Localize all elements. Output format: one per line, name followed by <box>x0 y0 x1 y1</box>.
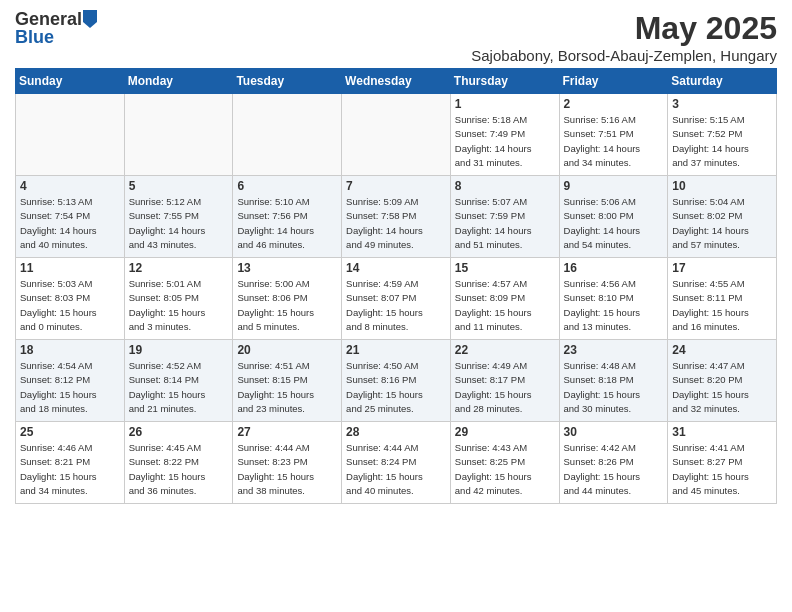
day-info-line: Daylight: 14 hours <box>455 142 555 156</box>
day-info-line: and 57 minutes. <box>672 238 772 252</box>
day-info-line: and 44 minutes. <box>564 484 664 498</box>
day-info-line: Daylight: 15 hours <box>564 306 664 320</box>
day-number: 21 <box>346 343 446 357</box>
day-info-line: Sunrise: 4:54 AM <box>20 359 120 373</box>
header-monday: Monday <box>124 69 233 94</box>
day-info-line: Daylight: 14 hours <box>672 142 772 156</box>
calendar-cell: 18Sunrise: 4:54 AMSunset: 8:12 PMDayligh… <box>16 340 125 422</box>
day-info-line: Daylight: 15 hours <box>346 388 446 402</box>
day-info-line: Sunset: 8:07 PM <box>346 291 446 305</box>
calendar-cell: 26Sunrise: 4:45 AMSunset: 8:22 PMDayligh… <box>124 422 233 504</box>
calendar-cell <box>124 94 233 176</box>
day-info-line: Daylight: 15 hours <box>346 306 446 320</box>
day-info-line: Sunrise: 5:00 AM <box>237 277 337 291</box>
calendar-cell: 3Sunrise: 5:15 AMSunset: 7:52 PMDaylight… <box>668 94 777 176</box>
day-info-line: Daylight: 15 hours <box>455 470 555 484</box>
month-title: May 2025 <box>471 10 777 47</box>
day-info-line: Daylight: 14 hours <box>20 224 120 238</box>
day-info-line: Sunset: 8:16 PM <box>346 373 446 387</box>
logo: General Blue <box>15 10 97 47</box>
day-info-line: and 40 minutes. <box>346 484 446 498</box>
day-info-line: Sunset: 8:26 PM <box>564 455 664 469</box>
day-info-line: Sunset: 8:12 PM <box>20 373 120 387</box>
day-number: 8 <box>455 179 555 193</box>
title-section: May 2025 Sajobabony, Borsod-Abauj-Zemple… <box>471 10 777 64</box>
day-info-line: Sunrise: 5:13 AM <box>20 195 120 209</box>
day-info-line: Sunset: 8:03 PM <box>20 291 120 305</box>
calendar-cell <box>342 94 451 176</box>
day-number: 26 <box>129 425 229 439</box>
calendar-cell: 25Sunrise: 4:46 AMSunset: 8:21 PMDayligh… <box>16 422 125 504</box>
day-info-line: and 23 minutes. <box>237 402 337 416</box>
header-thursday: Thursday <box>450 69 559 94</box>
day-info-line: Daylight: 15 hours <box>129 470 229 484</box>
day-number: 16 <box>564 261 664 275</box>
day-info-line: Sunset: 8:24 PM <box>346 455 446 469</box>
day-info-line: Sunrise: 4:52 AM <box>129 359 229 373</box>
day-info-line: Daylight: 14 hours <box>564 142 664 156</box>
day-info-line: and 34 minutes. <box>20 484 120 498</box>
day-info-line: Sunrise: 4:51 AM <box>237 359 337 373</box>
calendar-cell: 27Sunrise: 4:44 AMSunset: 8:23 PMDayligh… <box>233 422 342 504</box>
day-number: 13 <box>237 261 337 275</box>
calendar-cell: 12Sunrise: 5:01 AMSunset: 8:05 PMDayligh… <box>124 258 233 340</box>
day-info-line: and 13 minutes. <box>564 320 664 334</box>
day-info-line: Sunrise: 5:04 AM <box>672 195 772 209</box>
day-number: 10 <box>672 179 772 193</box>
day-info-line: Sunrise: 5:09 AM <box>346 195 446 209</box>
day-info-line: and 38 minutes. <box>237 484 337 498</box>
day-info-line: Daylight: 15 hours <box>564 388 664 402</box>
calendar-cell: 4Sunrise: 5:13 AMSunset: 7:54 PMDaylight… <box>16 176 125 258</box>
day-info-line: Daylight: 15 hours <box>672 306 772 320</box>
day-info-line: Sunset: 8:09 PM <box>455 291 555 305</box>
day-info-line: Sunrise: 4:48 AM <box>564 359 664 373</box>
calendar-cell: 20Sunrise: 4:51 AMSunset: 8:15 PMDayligh… <box>233 340 342 422</box>
calendar-cell: 22Sunrise: 4:49 AMSunset: 8:17 PMDayligh… <box>450 340 559 422</box>
day-info-line: and 46 minutes. <box>237 238 337 252</box>
calendar-cell: 17Sunrise: 4:55 AMSunset: 8:11 PMDayligh… <box>668 258 777 340</box>
day-info-line: Sunset: 7:56 PM <box>237 209 337 223</box>
logo-general-text: General <box>15 10 82 28</box>
day-info-line: Daylight: 15 hours <box>129 306 229 320</box>
day-info-line: Sunrise: 4:47 AM <box>672 359 772 373</box>
day-info-line: Sunrise: 4:56 AM <box>564 277 664 291</box>
header: General Blue May 2025 Sajobabony, Borsod… <box>15 10 777 64</box>
day-info-line: and 28 minutes. <box>455 402 555 416</box>
calendar: Sunday Monday Tuesday Wednesday Thursday… <box>15 68 777 504</box>
calendar-cell: 6Sunrise: 5:10 AMSunset: 7:56 PMDaylight… <box>233 176 342 258</box>
day-info-line: Sunset: 8:05 PM <box>129 291 229 305</box>
day-info-line: Sunset: 8:23 PM <box>237 455 337 469</box>
day-info-line: Daylight: 15 hours <box>346 470 446 484</box>
logo-blue-text: Blue <box>15 27 54 47</box>
day-number: 2 <box>564 97 664 111</box>
svg-marker-0 <box>83 10 97 28</box>
day-number: 28 <box>346 425 446 439</box>
day-info-line: and 25 minutes. <box>346 402 446 416</box>
calendar-cell: 15Sunrise: 4:57 AMSunset: 8:09 PMDayligh… <box>450 258 559 340</box>
day-info-line: and 34 minutes. <box>564 156 664 170</box>
day-number: 31 <box>672 425 772 439</box>
day-info-line: Daylight: 15 hours <box>20 470 120 484</box>
calendar-cell <box>233 94 342 176</box>
header-sunday: Sunday <box>16 69 125 94</box>
day-info-line: Sunset: 8:27 PM <box>672 455 772 469</box>
day-info-line: Daylight: 14 hours <box>129 224 229 238</box>
day-number: 7 <box>346 179 446 193</box>
day-info-line: Daylight: 14 hours <box>346 224 446 238</box>
day-info-line: Sunrise: 4:57 AM <box>455 277 555 291</box>
day-info-line: Sunrise: 5:10 AM <box>237 195 337 209</box>
day-number: 29 <box>455 425 555 439</box>
day-info-line: Sunset: 7:58 PM <box>346 209 446 223</box>
day-info-line: Sunrise: 4:46 AM <box>20 441 120 455</box>
calendar-cell: 28Sunrise: 4:44 AMSunset: 8:24 PMDayligh… <box>342 422 451 504</box>
calendar-cell: 1Sunrise: 5:18 AMSunset: 7:49 PMDaylight… <box>450 94 559 176</box>
day-info-line: and 8 minutes. <box>346 320 446 334</box>
day-number: 3 <box>672 97 772 111</box>
calendar-cell: 11Sunrise: 5:03 AMSunset: 8:03 PMDayligh… <box>16 258 125 340</box>
day-info-line: Sunset: 7:59 PM <box>455 209 555 223</box>
day-info-line: Daylight: 15 hours <box>20 388 120 402</box>
day-info-line: Sunrise: 5:07 AM <box>455 195 555 209</box>
calendar-cell: 2Sunrise: 5:16 AMSunset: 7:51 PMDaylight… <box>559 94 668 176</box>
day-info-line: and 30 minutes. <box>564 402 664 416</box>
day-info-line: Daylight: 15 hours <box>672 388 772 402</box>
